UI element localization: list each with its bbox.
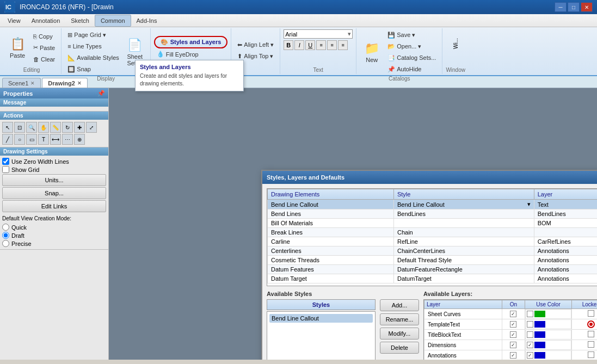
justify-btn[interactable]: ≡: [338, 40, 348, 50]
snap-button[interactable]: 🔲 Snap: [65, 64, 121, 75]
maximize-button[interactable]: □: [568, 2, 580, 12]
autohide-button[interactable]: 📌 AutoHide: [385, 64, 439, 75]
styles-layers-button[interactable]: 🎨 Styles and Layers: [154, 36, 228, 48]
usecolor-checkbox-sheet[interactable]: [527, 311, 533, 317]
col-layer: Layer: [534, 189, 597, 200]
open-button[interactable]: 📂 Open... ▾: [385, 41, 439, 52]
layer-row[interactable]: Sheet Curves: [424, 309, 598, 319]
page-grid-button[interactable]: ⊞ Page Grid ▾: [65, 29, 121, 40]
pan-tool[interactable]: ✋: [38, 122, 49, 133]
font-selector[interactable]: Arial ▾: [284, 29, 353, 39]
scene1-close[interactable]: ✕: [30, 81, 35, 86]
precise-radio[interactable]: [2, 240, 9, 247]
new-button[interactable]: 📁 New: [360, 36, 384, 68]
usecolor-checkbox-dim[interactable]: [527, 342, 533, 348]
units-panel-button[interactable]: Units...: [2, 174, 106, 186]
tab-drawing2[interactable]: Drawing2 ✕: [42, 78, 88, 88]
copy-button[interactable]: ⎘ Copy: [30, 31, 58, 42]
extra-tool1[interactable]: ⋯: [62, 134, 73, 145]
units-button[interactable]: 📐 Available Styles: [65, 52, 121, 63]
zero-width-checkbox[interactable]: [2, 158, 9, 165]
scale-tool[interactable]: ⤢: [86, 122, 97, 133]
align-center-btn[interactable]: ≡: [316, 40, 326, 50]
drawing-settings-title: Drawing Settings: [0, 147, 108, 156]
on-checkbox-ttext[interactable]: [510, 321, 516, 328]
move-tool[interactable]: ✚: [74, 122, 85, 133]
style-dropdown-icon[interactable]: ▾: [527, 201, 531, 208]
zoom-tool[interactable]: 🔍: [26, 122, 37, 133]
locked-checkbox-dim[interactable]: [588, 341, 594, 348]
line-types-button[interactable]: ≡ Line Types: [65, 41, 121, 52]
italic-button[interactable]: I: [294, 40, 304, 50]
cut-button[interactable]: ✂ Paste: [30, 42, 58, 53]
zero-width-label: Use Zero Width Lines: [11, 158, 69, 165]
usecolor-checkbox-tblock[interactable]: [527, 331, 533, 338]
drawing2-close[interactable]: ✕: [77, 81, 82, 86]
bold-button[interactable]: B: [284, 40, 293, 50]
paste-button[interactable]: 📋 Paste: [5, 32, 29, 64]
select-tool[interactable]: ⊡: [14, 122, 25, 133]
menu-sketch[interactable]: Sketch: [65, 15, 95, 27]
table-row[interactable]: Cosmetic Threads Default Thread Style An…: [268, 256, 598, 265]
clear-button[interactable]: 🗑 Clear: [30, 54, 58, 65]
table-row[interactable]: Break Lines Chain: [268, 228, 598, 237]
table-row[interactable]: Bend Line Callout Bend Line Callout ▾: [268, 200, 598, 209]
tab-scene1[interactable]: Scene1 ✕: [2, 78, 41, 88]
align-right-btn[interactable]: ≡: [327, 40, 337, 50]
rect-tool[interactable]: ▭: [26, 134, 37, 145]
properties-pin[interactable]: 📌: [97, 90, 105, 97]
circle-tool[interactable]: ○: [14, 134, 25, 145]
table-row[interactable]: Datum Features DatumFeatureRectangle Ann…: [268, 265, 598, 274]
on-checkbox-tblock[interactable]: [510, 331, 516, 338]
locked-checkbox-sheet[interactable]: [588, 310, 594, 317]
elements-table-container[interactable]: Drawing Elements Style Layer Bend Line C…: [267, 188, 597, 286]
save-button[interactable]: 💾 Save ▾: [385, 29, 439, 40]
styles-rename-button[interactable]: Rename...: [380, 313, 419, 325]
menu-view[interactable]: View: [2, 15, 26, 27]
usecolor-checkbox-ttext[interactable]: [527, 321, 533, 328]
extra-tool2[interactable]: ⊕: [74, 134, 85, 145]
locked-checkbox-tblock[interactable]: [588, 331, 594, 337]
on-checkbox-dim[interactable]: [510, 342, 516, 348]
line-tool[interactable]: ╱: [2, 134, 13, 145]
menu-annotation[interactable]: Annotation: [26, 15, 66, 27]
catalog-sets-button[interactable]: 📑 Catalog Sets...: [385, 52, 439, 63]
pointer-tool[interactable]: ↖: [2, 122, 13, 133]
rotate-tool[interactable]: ↻: [62, 122, 73, 133]
table-row[interactable]: Centerlines ChainCenterLines Annotations: [268, 246, 598, 256]
underline-button[interactable]: U: [305, 40, 315, 50]
snap-panel-button[interactable]: Snap...: [2, 187, 106, 199]
layer-row[interactable]: Annotations: [424, 350, 598, 360]
styles-modify-button[interactable]: Modify...: [380, 328, 419, 340]
styles-add-button[interactable]: Add...: [380, 299, 419, 311]
layer-row[interactable]: Dimensions: [424, 340, 598, 350]
edit-links-button[interactable]: Edit Links: [2, 200, 106, 212]
close-button[interactable]: ✕: [581, 2, 593, 12]
on-checkbox-ann[interactable]: [510, 352, 516, 359]
menu-common[interactable]: Common: [95, 15, 131, 27]
fill-eyedrop-button[interactable]: 💧 Fill EyeDrop: [154, 49, 228, 60]
table-row[interactable]: Bend Lines BendLines BendLines: [268, 209, 598, 219]
usecolor-checkbox-ann[interactable]: [527, 352, 533, 359]
align-left-button[interactable]: ⬅ Align Left ▾: [235, 40, 276, 51]
dim-tool[interactable]: ⟷: [50, 134, 61, 145]
table-row[interactable]: Datum Target DatumTarget Annotations: [268, 274, 598, 283]
col-drawing-elements: Drawing Elements: [268, 189, 394, 200]
styles-delete-button[interactable]: Delete: [380, 342, 419, 354]
minimize-button[interactable]: ─: [555, 2, 567, 12]
layer-row[interactable]: TemplateText: [424, 319, 598, 330]
style-item[interactable]: Bend Line Callout: [269, 314, 373, 323]
locked-checkbox-ann[interactable]: [588, 351, 594, 358]
draft-radio[interactable]: [2, 232, 9, 239]
table-row[interactable]: Carline RefLine CarRefLines: [268, 237, 598, 246]
measure-tool[interactable]: 📏: [50, 122, 61, 133]
text-tool[interactable]: T: [38, 134, 49, 145]
styles-list[interactable]: Bend Line Callout: [267, 311, 376, 360]
on-checkbox-sheet[interactable]: [510, 311, 516, 317]
show-grid-checkbox[interactable]: [2, 166, 9, 173]
menu-addins[interactable]: Add-Ins: [131, 15, 163, 27]
layers-table-container[interactable]: Layer On Use Color Locked Print: [423, 299, 597, 360]
table-row[interactable]: Bill Of Materials BOM: [268, 219, 598, 228]
quick-radio[interactable]: [2, 224, 9, 231]
layer-row[interactable]: TitleBlockText: [424, 330, 598, 340]
